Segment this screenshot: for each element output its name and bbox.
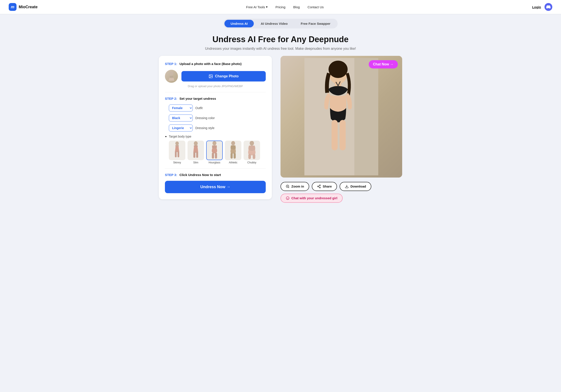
- body-type-slim[interactable]: Slim: [187, 141, 204, 164]
- svg-rect-5: [175, 145, 179, 146]
- svg-point-15: [231, 141, 235, 145]
- nav-blog[interactable]: Blog: [293, 5, 300, 9]
- zoom-in-button[interactable]: Zoom in: [280, 182, 309, 191]
- chat-icon: [286, 196, 290, 200]
- body-type-chubby-img: [244, 141, 260, 160]
- svg-rect-17: [234, 153, 236, 159]
- style-select[interactable]: Lingerie Bikini Nude: [169, 124, 193, 131]
- nav-contact-us[interactable]: Contact Us: [308, 5, 324, 9]
- body-type-row: Target body type: [169, 134, 266, 164]
- body-type-hourglass-img: [206, 141, 223, 160]
- nav-pricing[interactable]: Pricing: [276, 5, 285, 9]
- svg-rect-6: [175, 151, 177, 157]
- chat-undressed-girl-button[interactable]: Chat with your undressed girl: [280, 194, 343, 203]
- color-label: Dressing color: [195, 116, 215, 120]
- body-type-slim-img: [187, 141, 204, 160]
- svg-rect-29: [340, 120, 346, 150]
- svg-point-8: [194, 141, 198, 146]
- step1-divider: [165, 92, 266, 92]
- svg-point-31: [320, 185, 321, 186]
- svg-rect-11: [196, 152, 198, 158]
- svg-rect-1: [170, 76, 173, 78]
- style-label: Dressing style: [195, 126, 215, 130]
- svg-point-12: [213, 141, 216, 145]
- step2-label: STEP 2:: [165, 97, 177, 100]
- tab-undress-ai[interactable]: Undress AI: [225, 20, 254, 27]
- body-type-chubby-label: Chubby: [247, 161, 256, 164]
- zoom-in-icon: [286, 185, 290, 188]
- step2-divider: [165, 168, 266, 169]
- change-photo-button[interactable]: Change Photo: [182, 71, 266, 81]
- svg-point-24: [329, 61, 348, 78]
- discord-icon[interactable]: [544, 3, 552, 11]
- step1-header: STEP 1: Upload a photo with a face (Base…: [165, 62, 266, 66]
- svg-point-0: [170, 71, 173, 76]
- svg-point-18: [250, 141, 254, 146]
- body-type-athletic-label: Athletic: [229, 161, 237, 164]
- outfit-option-row: Female Male Outfit: [169, 105, 266, 111]
- page-title-section: Undress AI Free for Any Deepnude Undress…: [0, 34, 561, 51]
- header-right: Login: [532, 3, 552, 11]
- body-type-slim-label: Slim: [193, 161, 198, 164]
- svg-rect-13: [212, 152, 214, 159]
- step3-section: STEP 3: Click Undress Now to start Undre…: [165, 173, 266, 193]
- svg-point-4: [175, 142, 179, 145]
- body-type-chubby[interactable]: Chubby: [244, 141, 260, 164]
- body-type-skinny[interactable]: Skinny: [169, 141, 185, 164]
- left-panel: STEP 1: Upload a photo with a face (Base…: [159, 56, 272, 199]
- body-type-hourglass-label: Hourglass: [209, 161, 220, 164]
- result-image-placeholder: [280, 56, 402, 177]
- body-type-athletic[interactable]: Athletic: [225, 141, 241, 164]
- logo-name: MioCreate: [19, 5, 38, 9]
- body-type-athletic-img: [225, 141, 241, 160]
- chevron-down-icon: ▾: [266, 5, 268, 9]
- step1-title: Upload a photo with a face (Base photo): [180, 62, 242, 66]
- svg-rect-28: [332, 120, 338, 150]
- nav-free-ai-tools[interactable]: Free AI Tools ▾: [246, 5, 268, 9]
- svg-rect-19: [248, 154, 251, 159]
- outfit-select[interactable]: Female Male: [169, 105, 193, 111]
- result-image-container: Chat Now →: [280, 56, 402, 177]
- tab-ai-undress-video[interactable]: AI Undress Video: [255, 20, 294, 27]
- svg-rect-20: [253, 154, 255, 159]
- tabs-container: Undress AI AI Undress Video Free Face Sw…: [223, 19, 337, 28]
- step3-label: STEP 3:: [165, 173, 177, 177]
- svg-rect-9: [194, 145, 198, 147]
- logo-area: m MioCreate: [9, 3, 38, 11]
- body-type-grid: Skinny Slim: [169, 141, 266, 164]
- svg-rect-22: [354, 58, 378, 175]
- download-button[interactable]: Download: [340, 182, 371, 191]
- upload-row: Change Photo: [165, 70, 266, 83]
- page-title: Undress AI Free for Any Deepnude: [0, 34, 561, 44]
- main-nav: Free AI Tools ▾ Pricing Blog Contact Us: [246, 5, 324, 9]
- login-link[interactable]: Login: [532, 5, 541, 9]
- svg-rect-14: [215, 152, 217, 159]
- step2-title: Set your target undress: [180, 97, 216, 100]
- svg-point-33: [320, 187, 321, 188]
- style-option-row: Lingerie Bikini Nude Dressing style: [169, 124, 266, 131]
- outfit-label: Outfit: [195, 106, 203, 110]
- right-panel: Chat Now →: [280, 56, 402, 203]
- svg-point-3: [210, 75, 211, 76]
- svg-point-32: [318, 186, 319, 187]
- main-content: STEP 1: Upload a photo with a face (Base…: [150, 56, 411, 216]
- body-type-label: Target body type: [169, 135, 191, 138]
- svg-rect-16: [230, 153, 233, 159]
- body-type-skinny-img: [169, 141, 185, 160]
- undress-now-button[interactable]: Undress Now →: [165, 181, 266, 193]
- body-type-hourglass[interactable]: Hourglass: [206, 141, 223, 164]
- color-select[interactable]: Black White Red Blue Pink: [169, 115, 193, 121]
- step3-header: STEP 3: Click Undress Now to start: [165, 173, 266, 177]
- body-type-skinny-label: Skinny: [173, 161, 181, 164]
- svg-rect-7: [178, 151, 179, 157]
- bottom-actions: Zoom in Share Download: [280, 182, 402, 203]
- svg-point-35: [286, 197, 289, 200]
- share-button[interactable]: Share: [312, 182, 337, 191]
- step2-header: STEP 2: Set your target undress: [165, 97, 266, 101]
- tab-free-face-swapper[interactable]: Free Face Swapper: [295, 20, 336, 27]
- photo-thumbnail: [165, 70, 178, 83]
- tabs-bar: Undress AI AI Undress Video Free Face Sw…: [0, 19, 561, 28]
- logo-icon[interactable]: m: [9, 3, 17, 11]
- upload-hint: Drag or upload your photo JPG/PNG/WEBP: [165, 85, 266, 88]
- chat-now-badge[interactable]: Chat Now →: [369, 60, 398, 68]
